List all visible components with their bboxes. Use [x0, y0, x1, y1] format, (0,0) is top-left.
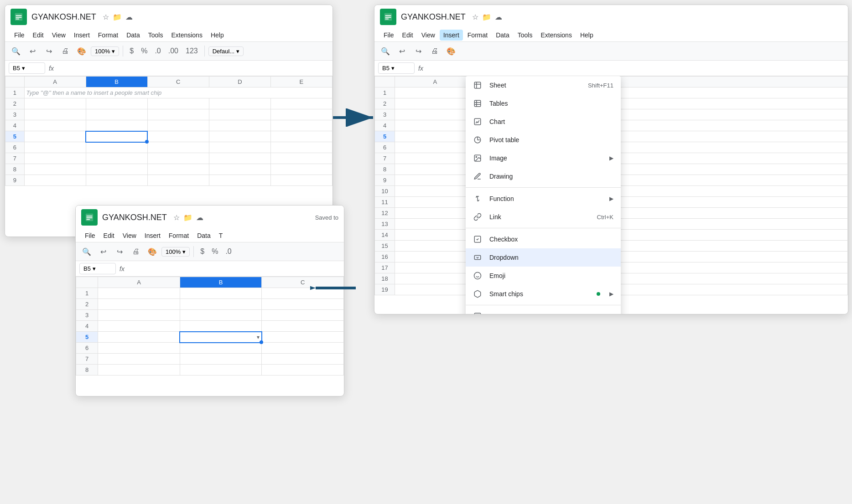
cell-A1-2[interactable]	[98, 288, 180, 299]
cell-D2-1[interactable]	[209, 98, 270, 109]
menu-edit-2[interactable]: Edit	[100, 230, 118, 241]
menu-item-drawing[interactable]: Drawing	[466, 167, 621, 185]
cell-A14-3[interactable]	[395, 230, 476, 241]
zoom-selector-1[interactable]: 100% ▾	[91, 46, 119, 56]
star-icon-1[interactable]: ☆	[103, 13, 109, 21]
cell-C4-2[interactable]	[262, 321, 344, 332]
dropdown-arrow-cell[interactable]: ▾	[257, 334, 260, 340]
menu-item-checkbox[interactable]: Checkbox	[466, 230, 621, 248]
cell-A3-2[interactable]	[98, 310, 180, 321]
menu-tools-1[interactable]: Tools	[145, 30, 167, 41]
cell-E3-1[interactable]	[270, 109, 332, 120]
col-header-A-1[interactable]: A	[24, 77, 86, 87]
cell-B2-1[interactable]	[86, 98, 147, 109]
percent-btn-2[interactable]: %	[209, 247, 221, 257]
cell-B6-2[interactable]	[180, 343, 262, 354]
cell-A6-1[interactable]	[24, 142, 86, 153]
cell-A4-2[interactable]	[98, 321, 180, 332]
menu-item-emoji[interactable]: Emoji	[466, 267, 621, 285]
cell-C6-1[interactable]	[147, 142, 209, 153]
menu-extensions-1[interactable]: Extensions	[167, 30, 206, 41]
menu-help-3[interactable]: Help	[577, 30, 597, 41]
cell-ref-2[interactable]: B5 ▾	[79, 263, 116, 274]
cell-C8-1[interactable]	[147, 164, 209, 175]
formula-input-2[interactable]	[128, 265, 340, 272]
print-btn-1[interactable]: 🖨	[58, 44, 73, 58]
cell-D4-1[interactable]	[209, 120, 270, 131]
paint-btn-3[interactable]: 🎨	[444, 44, 458, 58]
cell-A7-2[interactable]	[98, 354, 180, 365]
cell-ref-1[interactable]: B5 ▾	[9, 62, 45, 74]
menu-item-chart[interactable]: Chart	[466, 113, 621, 131]
menu-file-2[interactable]: File	[81, 230, 99, 241]
cell-A1-3[interactable]	[395, 87, 476, 98]
decimal-increase-1[interactable]: .00	[166, 46, 181, 56]
cell-A18-3[interactable]	[395, 273, 476, 284]
cell-D6-1[interactable]	[209, 142, 270, 153]
cell-A15-3[interactable]	[395, 241, 476, 252]
formula-input-3[interactable]	[427, 65, 844, 72]
cell-A9-1[interactable]	[24, 175, 86, 186]
menu-extensions-3[interactable]: Extensions	[537, 30, 575, 41]
undo-btn-2[interactable]: ↩	[96, 244, 110, 259]
cell-A5-1[interactable]	[24, 131, 86, 142]
cell-D7-1[interactable]	[209, 153, 270, 164]
col-header-A-3[interactable]: A	[395, 77, 476, 87]
cell-B5-1[interactable]	[86, 131, 147, 142]
print-btn-3[interactable]: 🖨	[427, 44, 442, 58]
cell-C4-1[interactable]	[147, 120, 209, 131]
col-header-E-1[interactable]: E	[270, 77, 332, 87]
menu-item-dropdown[interactable]: Dropdown	[466, 248, 621, 267]
cell-E8-1[interactable]	[270, 164, 332, 175]
cell-A17-3[interactable]	[395, 262, 476, 273]
menu-help-1[interactable]: Help	[207, 30, 228, 41]
cell-B1-2[interactable]	[180, 288, 262, 299]
cell-A10-3[interactable]	[395, 186, 476, 197]
cell-A8-2[interactable]	[98, 365, 180, 375]
decimal-decrease-2[interactable]: .0	[223, 247, 234, 257]
menu-format-2[interactable]: Format	[165, 230, 192, 241]
search-btn-1[interactable]: 🔍	[9, 44, 23, 58]
cell-D5-1[interactable]	[209, 131, 270, 142]
menu-insert-2[interactable]: Insert	[141, 230, 164, 241]
menu-view-3[interactable]: View	[418, 30, 439, 41]
menu-view-2[interactable]: View	[119, 230, 140, 241]
col-header-D-1[interactable]: D	[209, 77, 270, 87]
cell-B4-1[interactable]	[86, 120, 147, 131]
menu-item-comment[interactable]: Comment Ctrl+Alt+M	[466, 307, 621, 314]
cell-E2-1[interactable]	[270, 98, 332, 109]
cell-A3-3[interactable]	[395, 109, 476, 120]
menu-tools-3[interactable]: Tools	[514, 30, 536, 41]
menu-format-3[interactable]: Format	[464, 30, 491, 41]
cell-D9-1[interactable]	[209, 175, 270, 186]
cell-C8-2[interactable]	[262, 365, 344, 375]
cell-B4-2[interactable]	[180, 321, 262, 332]
cell-A4-1[interactable]	[24, 120, 86, 131]
menu-item-sheet[interactable]: Sheet Shift+F11	[466, 76, 621, 94]
font-selector-1[interactable]: Defaul... ▾	[208, 46, 244, 56]
cell-A12-3[interactable]	[395, 208, 476, 219]
cell-C6-2[interactable]	[262, 343, 344, 354]
percent-btn-1[interactable]: %	[138, 46, 150, 56]
cell-A9-3[interactable]	[395, 175, 476, 186]
cell-A6-3[interactable]	[395, 142, 476, 153]
paint-btn-2[interactable]: 🎨	[145, 244, 160, 259]
star-icon-2[interactable]: ☆	[173, 213, 180, 222]
undo-btn-3[interactable]: ↩	[395, 44, 409, 58]
folder-icon-2[interactable]: 📁	[183, 213, 192, 222]
cell-C2-2[interactable]	[262, 299, 344, 310]
currency-btn-2[interactable]: $	[197, 247, 207, 257]
menu-data-1[interactable]: Data	[123, 30, 144, 41]
cell-A8-1[interactable]	[24, 164, 86, 175]
cell-A1-1[interactable]: Type "@" then a name to insert a people …	[24, 87, 332, 98]
cell-B7-1[interactable]	[86, 153, 147, 164]
cell-E6-1[interactable]	[270, 142, 332, 153]
cell-A8-3[interactable]	[395, 164, 476, 175]
cell-A2-2[interactable]	[98, 299, 180, 310]
cell-C7-2[interactable]	[262, 354, 344, 365]
cell-ref-3[interactable]: B5 ▾	[378, 62, 415, 74]
cell-D3-1[interactable]	[209, 109, 270, 120]
paint-btn-1[interactable]: 🎨	[74, 44, 89, 58]
zoom-selector-2[interactable]: 100% ▾	[161, 247, 190, 257]
menu-file-1[interactable]: File	[10, 30, 28, 41]
